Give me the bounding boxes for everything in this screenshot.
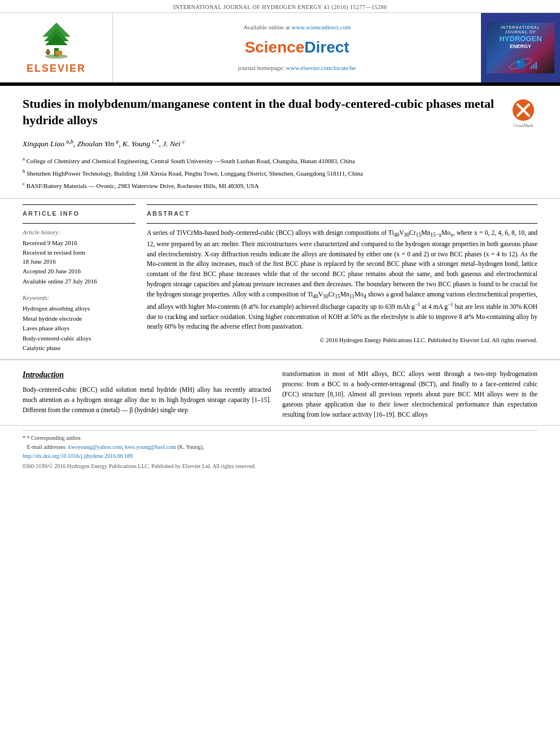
revised-date: Received in revised form18 June 2016 [23, 248, 135, 266]
footer-divider [23, 430, 537, 431]
article-history-label: Article history: [23, 228, 135, 237]
intro-right-col: transformation in most of MH alloys, BCC… [282, 369, 537, 420]
journal-cover-image: International Journal of HYDROGEN ENERGY [487, 23, 554, 73]
title-section: Studies in molybdenum/manganese content … [0, 86, 560, 199]
intro-left-text: Body-centered-cubic (BCC) solid solution… [23, 385, 271, 415]
svg-rect-6 [47, 49, 49, 53]
intro-right-text: transformation in most of MH alloys, BCC… [282, 369, 537, 420]
crossmark-label: CrossMark [513, 123, 533, 129]
elsevier-logo-area: ELSEVIER [0, 13, 113, 82]
intro-left-col: Introduction Body-centered-cubic (BCC) s… [23, 369, 271, 420]
available-online-text: Available online at www.sciencedirect.co… [243, 23, 351, 32]
affiliation-b: b Shenzhen HighPower Technology, Buildin… [23, 168, 501, 178]
available-online-date: Available online 27 July 2016 [23, 277, 135, 286]
article-info-header: ARTICLE INFO [23, 209, 135, 218]
svg-rect-12 [531, 66, 532, 69]
svg-rect-14 [535, 62, 537, 69]
left-top-divider [23, 204, 135, 205]
journal-cover-title: International Journal of HYDROGEN ENERGY [489, 25, 552, 50]
abstract-header: ABSTRACT [147, 209, 537, 218]
doi-line: http://dx.doi.org/10.1016/j.ijhydene.201… [23, 452, 537, 460]
doi-link[interactable]: http://dx.doi.org/10.1016/j.ijhydene.201… [23, 453, 133, 459]
introduction-heading: Introduction [23, 369, 271, 381]
svg-point-11 [517, 60, 520, 63]
affiliation-a: a College of Chemistry and Chemical Engi… [23, 155, 501, 165]
email-line: E-mail addresses: kwoyoung@yahoo.com, kw… [23, 443, 537, 451]
svg-rect-13 [533, 64, 535, 68]
abstract-copyright: © 2016 Hydrogen Energy Publications LLC.… [147, 337, 537, 345]
journal-homepage-url[interactable]: www.elsevier.com/locate/he [286, 64, 356, 71]
introduction-section: Introduction Body-centered-cubic (BCC) s… [0, 360, 560, 425]
crossmark-area[interactable]: CrossMark [509, 99, 537, 129]
title-text-area: Studies in molybdenum/manganese content … [23, 96, 501, 193]
elsevier-logo: ELSEVIER [27, 20, 86, 76]
keyword-1: Hydrogen absorbing alloys [23, 304, 135, 313]
keyword-5: Catalytic phase [23, 344, 135, 352]
sciencedirect-area: Available online at www.sciencedirect.co… [113, 13, 481, 82]
article-info-abstract-section: ARTICLE INFO Article history: Received 9… [0, 199, 560, 360]
issn-line: 0360-3199/© 2016 Hydrogen Energy Publica… [23, 462, 537, 470]
journal-cover-area: International Journal of HYDROGEN ENERGY [481, 13, 560, 82]
email-2-link[interactable]: kwo.young@basf.com [125, 444, 176, 450]
keyword-4: Body-centered-cubic alloys [23, 334, 135, 343]
received-date: Received 9 May 2016 [23, 239, 135, 247]
abstract-col: ABSTRACT A series of TiVCrMn-based body-… [147, 204, 537, 353]
journal-homepage-line: journal homepage: www.elsevier.com/locat… [238, 64, 356, 72]
article-info-col: ARTICLE INFO Article history: Received 9… [23, 204, 135, 353]
authors-line: Xingqun Liao a,b, Zhoulan Yin a, K. Youn… [23, 137, 501, 149]
journal-banner: INTERNATIONAL JOURNAL OF HYDROGEN ENERGY… [0, 0, 560, 13]
elsevier-brand-text: ELSEVIER [27, 62, 86, 76]
article-title: Studies in molybdenum/manganese content … [23, 96, 501, 128]
elsevier-tree-icon [34, 20, 79, 59]
keyword-2: Metal hydride electrode [23, 314, 135, 323]
right-top-divider [147, 204, 537, 205]
keyword-3: Laves phase alloys [23, 324, 135, 333]
affiliation-c: c BASF/Battery Materials — Ovonic, 2983 … [23, 180, 501, 190]
accepted-date: Accepted 20 June 2016 [23, 267, 135, 276]
left-sub-divider [23, 223, 135, 224]
journal-citation: INTERNATIONAL JOURNAL OF HYDROGEN ENERGY… [173, 4, 387, 10]
journal-header: ELSEVIER Available online at www.science… [0, 13, 560, 84]
sciencedirect-logo: ScienceDirect [244, 36, 349, 58]
crossmark-icon [512, 99, 535, 121]
page-footer: * * Corresponding author. E-mail address… [0, 425, 560, 475]
authors-text: Xingqun Liao a,b, Zhoulan Yin a, K. Youn… [23, 139, 185, 148]
sciencedirect-url[interactable]: www.sciencedirect.com [291, 24, 351, 30]
keywords-section: Keywords: Hydrogen absorbing alloys Meta… [23, 294, 135, 352]
right-sub-divider [147, 223, 537, 224]
journal-cover-graphic [492, 52, 549, 71]
email-1-link[interactable]: kwoyoung@yahoo.com [68, 444, 123, 450]
abstract-text: A series of TiVCrMn-based body-centered-… [147, 228, 537, 333]
keywords-label: Keywords: [23, 294, 135, 302]
svg-rect-7 [55, 51, 62, 55]
corresponding-author-note: * * Corresponding author. [23, 434, 537, 442]
